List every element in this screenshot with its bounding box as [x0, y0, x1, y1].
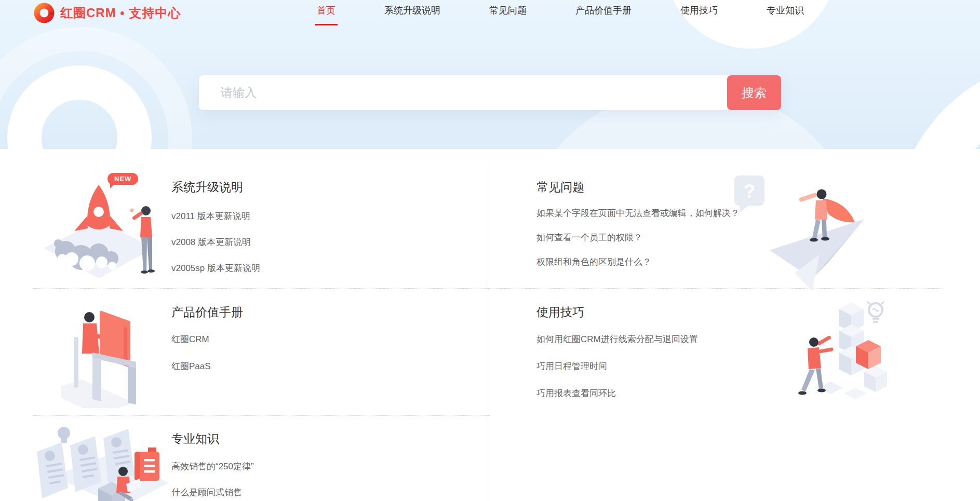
- section-link[interactable]: 红圈PaaS: [171, 360, 211, 373]
- nav-item-使用技巧[interactable]: 使用技巧: [680, 4, 718, 17]
- section-title: 产品价值手册: [171, 304, 243, 320]
- section-links: 红圈CRM红圈PaaS: [171, 333, 211, 387]
- section-title: 常见问题: [536, 179, 584, 195]
- paper-plane-illustration: ?: [733, 171, 869, 292]
- nav-item-常见问题[interactable]: 常见问题: [489, 4, 527, 17]
- section-title: 专业知识: [171, 431, 219, 447]
- question-mark-icon: ?: [744, 181, 755, 202]
- book-icon: [135, 448, 159, 481]
- section-link[interactable]: v2011 版本更新说明: [171, 210, 260, 223]
- building-blocks-illustration: [747, 295, 888, 402]
- section-title: 系统升级说明: [171, 179, 243, 195]
- nav-item-产品价值手册[interactable]: 产品价值手册: [575, 4, 632, 17]
- lightbulb-icon: [867, 302, 884, 322]
- section-product-value: 产品价值手册 红圈CRM红圈PaaS: [33, 288, 490, 415]
- section-tips: 使用技巧 如何用红圈CRM进行线索分配与退回设置巧用日程管理时间巧用报表查看同环…: [490, 288, 946, 415]
- content-area: NEW 系统升级说明 v2011 版本更新说明v2008 版本更新说明v2005…: [0, 149, 980, 501]
- section-link[interactable]: 如何用红圈CRM进行线索分配与退回设置: [536, 333, 698, 346]
- section-link[interactable]: 巧用报表查看同环比: [536, 387, 698, 400]
- svg-text:CRM: CRM: [48, 12, 53, 15]
- section-link[interactable]: v2005sp 版本更新说明: [171, 262, 260, 275]
- nav-item-系统升级说明[interactable]: 系统升级说明: [384, 4, 440, 17]
- knowledge-docs-illustration: [33, 422, 169, 501]
- section-link[interactable]: v2008 版本更新说明: [171, 236, 260, 249]
- section-title: 使用技巧: [536, 304, 584, 320]
- search-bar: 搜索: [199, 75, 781, 110]
- section-link[interactable]: 巧用日程管理时间: [536, 360, 698, 373]
- search-button[interactable]: 搜索: [727, 75, 781, 110]
- header: CRM 红圈CRM • 支持中心 首页系统升级说明常见问题产品价值手册使用技巧专…: [0, 0, 980, 31]
- support-center-page: CRM 红圈CRM • 支持中心 首页系统升级说明常见问题产品价值手册使用技巧专…: [0, 0, 980, 501]
- section-links: 高效销售的“250定律”什么是顾问式销售: [171, 460, 254, 501]
- section-link[interactable]: 高效销售的“250定律”: [171, 460, 254, 473]
- search-input[interactable]: [199, 75, 781, 110]
- section-faq: 常见问题 如果某个字段在页面中无法查看或编辑，如何解决？如何查看一个员工的权限？…: [490, 165, 946, 288]
- new-badge: NEW: [108, 173, 138, 185]
- workstation-illustration: [61, 302, 168, 408]
- nav-item-专业知识[interactable]: 专业知识: [767, 4, 804, 17]
- rocket-illustration: [35, 169, 163, 285]
- hero-section: CRM 红圈CRM • 支持中心 首页系统升级说明常见问题产品价值手册使用技巧专…: [0, 0, 980, 149]
- logo-ring-icon: CRM: [33, 2, 55, 24]
- section-knowledge: 专业知识 高效销售的“250定律”什么是顾问式销售: [33, 415, 490, 501]
- section-system-upgrade: NEW 系统升级说明 v2011 版本更新说明v2008 版本更新说明v2005…: [33, 165, 490, 288]
- decor-white-ring-right: [894, 58, 980, 149]
- nav-item-首页[interactable]: 首页: [317, 4, 335, 17]
- main-nav: 首页系统升级说明常见问题产品价值手册使用技巧专业知识: [317, 4, 804, 17]
- logo-text: 红圈CRM • 支持中心: [60, 5, 181, 21]
- section-links: 如何用红圈CRM进行线索分配与退回设置巧用日程管理时间巧用报表查看同环比: [536, 333, 698, 414]
- section-links: v2011 版本更新说明v2008 版本更新说明v2005sp 版本更新说明: [171, 210, 260, 288]
- logo[interactable]: CRM 红圈CRM • 支持中心: [33, 2, 181, 24]
- lightbulb-icon: [58, 427, 70, 443]
- section-link[interactable]: 什么是顾问式销售: [171, 486, 254, 499]
- section-link[interactable]: 红圈CRM: [171, 333, 211, 346]
